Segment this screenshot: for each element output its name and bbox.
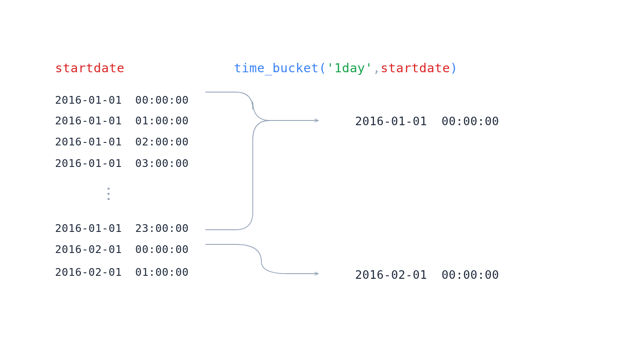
string-literal: '1day' [327,61,373,75]
comma: , [373,61,380,75]
open-paren: ( [319,61,327,75]
arrows-layer [0,0,644,364]
brace-bottom-branch [205,120,270,230]
input-row-4: 2016-01-01 03:00:00 [55,158,189,169]
input-row-7: 2016-02-01 01:00:00 [55,267,189,278]
right-column-header: time_bucket('1day',startdate) [234,62,458,74]
vertical-ellipsis-icon [107,188,110,200]
output-row-1: 2016-01-01 00:00:00 [355,115,499,127]
brace-top-branch [205,92,270,120]
arrow-to-output-2 [205,244,318,274]
function-arg: startdate [380,61,450,75]
input-row-6: 2016-02-01 00:00:00 [55,244,189,255]
input-row-5: 2016-01-01 23:00:00 [55,223,189,234]
function-name: time_bucket [234,61,319,75]
input-row-2: 2016-01-01 01:00:00 [55,115,189,126]
left-column-header: startdate [55,62,125,74]
close-paren: ) [450,61,458,75]
input-row-3: 2016-01-01 02:00:00 [55,136,189,147]
input-row-1: 2016-01-01 00:00:00 [55,95,189,105]
output-row-2: 2016-02-01 00:00:00 [355,269,499,281]
